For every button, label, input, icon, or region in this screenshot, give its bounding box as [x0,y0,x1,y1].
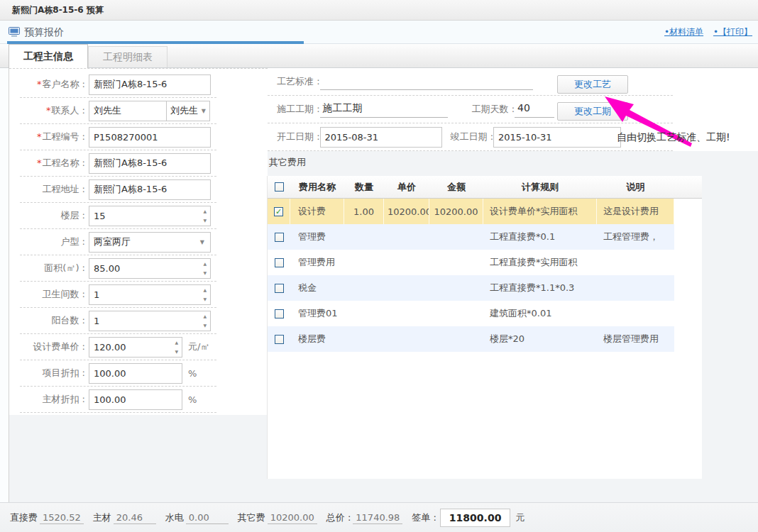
total-item: 总价 :11740.98 [326,511,403,524]
end-date-label: 竣工日期 : [451,131,494,143]
currency-unit-label: 元 [515,511,524,524]
field-control: 两室两厅▼ [89,232,211,253]
spinner-down-icon[interactable]: ▼ [175,350,178,354]
fee-rule-cell: 设计费单价*实用面积 [483,199,597,224]
row-checkbox[interactable] [275,309,284,318]
spinner-input[interactable]: 1▲▼ [89,284,211,305]
text-input[interactable] [89,74,211,95]
fee-name-cell: 楼层费 [290,326,344,352]
row-checkbox[interactable] [275,258,284,267]
spinner-input[interactable]: 120.00▲▼ [89,337,182,358]
window-title: 新熙门A栋8-15-6 预算 [0,0,758,21]
spinner-up-icon[interactable]: ▲ [203,262,207,266]
field-label: 主材折扣 : [20,393,85,406]
spinner-down-icon[interactable]: ▼ [203,218,207,223]
field-label: 项目折扣 : [20,367,85,379]
fee-table-row[interactable]: 税金工程直接费*1.1*0.3 [268,275,674,301]
field-label: 户型 : [20,235,85,248]
total-item: 主材20.46 [93,511,156,524]
spinner-down-icon[interactable]: ▼ [203,323,207,328]
fee-amount-cell [429,250,483,275]
text-input[interactable] [89,363,182,384]
total-item: 直接费1520.52 [10,511,84,524]
fee-table-row[interactable]: 管理费用工程直接费*实用面积 [268,250,674,275]
total-value: 20.46 [114,512,156,524]
monitor-icon [9,27,20,37]
sign-amount-label: 签单 : [412,511,436,524]
fee-table-row[interactable]: 楼层费楼层*20楼层管理费用 [268,326,674,352]
spinner-value: 15 [94,211,106,221]
spinner-up-icon[interactable]: ▲ [203,209,207,214]
spinner-up-icon[interactable]: ▲ [203,288,207,292]
row-checkbox-cell [268,275,290,301]
text-input[interactable] [89,153,211,174]
contact-select[interactable]: 刘先生▼ [167,101,210,121]
row-checkbox[interactable] [275,284,284,293]
start-date-input[interactable] [320,127,442,148]
total-value: 10200.00 [268,512,317,524]
row-checkbox[interactable]: ✓ [274,207,283,216]
row-checkbox-cell [268,250,290,275]
form-row: 户型 :两室两厅▼ [20,229,216,255]
total-label: 主材 [93,511,111,524]
spinner-up-icon[interactable]: ▲ [175,340,178,345]
total-label: 水电 [165,511,184,524]
field-control [89,153,211,174]
chevron-down-icon: ▼ [200,239,204,245]
fee-price-cell [384,301,429,326]
fee-qty-cell [344,275,384,301]
total-item: 水电0.00 [165,511,229,524]
tab-project-main-info[interactable]: 工程主信息 [9,44,88,68]
form-row: *联系人 :刘先生▼ [20,98,216,124]
fee-table-row[interactable]: ✓设计费1.0010200.0010200.00设计费单价*实用面积这是设计费用 [268,199,674,224]
spinner-input[interactable]: 85.00▲▼ [89,258,211,279]
fee-table-row[interactable]: 管理费01建筑面积*0.01 [268,301,674,326]
form-row: *工程名称 : [20,150,216,177]
spinner-input[interactable]: 1▲▼ [89,311,211,331]
spinner-down-icon[interactable]: ▼ [203,297,207,301]
form-row: 卫生间数 :1▲▼ [20,282,216,308]
fee-rule-cell: 工程直接费*1.1*0.3 [483,275,597,301]
fee-rule-cell: 建筑面积*0.01 [483,301,597,326]
fee-note-cell: 楼层管理费用 [597,326,674,352]
field-control: 120.00▲▼元/㎡ [89,337,209,358]
fee-qty-cell [344,224,384,250]
annotation-text: 自由切换工艺标准、工期! [617,131,730,144]
field-label: *工程编号 : [20,131,85,143]
form-row: 项目折扣 :% [20,360,216,387]
select-all-checkbox[interactable] [275,182,284,192]
row-checkbox[interactable] [275,335,284,344]
fee-price-cell [384,250,429,275]
duration-days-value[interactable]: 40 [515,101,554,118]
change-craft-button[interactable]: 更改工艺 [557,75,628,94]
row-checkbox[interactable] [275,233,284,242]
select-input[interactable]: 两室两厅▼ [89,232,211,253]
fee-note-cell: 工程管理费， [597,224,674,250]
fee-note-cell [597,275,674,301]
spinner-input[interactable]: 15▲▼ [89,206,211,226]
field-label: 卫生间数 : [20,288,85,301]
spinner-down-icon[interactable]: ▼ [203,271,207,275]
field-label: 阳台数 : [20,314,85,327]
spinner-value: 120.00 [94,342,126,353]
column-header: 说明 [597,181,674,194]
material-list-link[interactable]: •材料清单 [664,27,703,37]
fee-qty-cell [344,326,384,352]
text-input[interactable] [89,127,211,148]
fee-price-cell: 10200.00 [384,199,429,224]
total-value: 1520.52 [40,512,84,524]
text-input[interactable] [89,389,182,410]
tab-project-detail[interactable]: 工程明细表 [88,46,167,67]
craft-standard-value[interactable] [320,73,533,90]
fee-note-cell: 这是设计费用 [597,199,674,224]
field-control: 85.00▲▼ [89,258,211,279]
sign-amount-box[interactable]: 11800.00 [440,509,511,527]
contact-input[interactable] [89,101,167,121]
text-input[interactable] [89,179,211,200]
chevron-down-icon: ▼ [202,108,206,114]
print-link[interactable]: •【打印】 [713,27,752,37]
fee-table-row[interactable]: 管理费工程直接费*0.1工程管理费， [268,224,674,250]
spinner-up-icon[interactable]: ▲ [203,314,207,318]
fee-amount-cell: 10200.00 [429,199,483,224]
schedule-value[interactable]: 施工工期 [320,101,448,118]
